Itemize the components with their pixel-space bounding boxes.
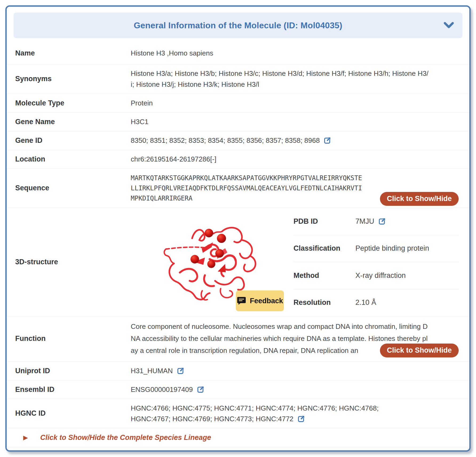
detail-row-classification: Classification Peptide binding protein <box>293 235 459 262</box>
location-value: chr6:26195164-26197286[-] <box>131 154 469 165</box>
gene-id-label: Gene ID <box>7 136 131 145</box>
molecule-type-value: Protein <box>131 98 469 109</box>
table-row-synonyms: Synonyms Histone H3/a; Histone H3/b; His… <box>7 64 469 94</box>
detail-row-resolution: Resolution 2.10 Å <box>293 289 459 316</box>
molecule-info-card: General Information of the Molecule (ID:… <box>5 5 471 452</box>
name-label: Name <box>7 49 131 58</box>
function-showhide-button[interactable]: Click to Show/Hide <box>380 344 459 357</box>
detail-row-pdb-id: PDB ID 7MJU <box>293 208 459 235</box>
gene-name-label: Gene Name <box>7 117 131 127</box>
location-label: Location <box>7 155 131 164</box>
synonyms-value: Histone H3/a; Histone H3/b; Histone H3/c… <box>131 68 469 90</box>
external-link-icon[interactable] <box>323 136 332 145</box>
feedback-label: Feedback <box>250 297 283 305</box>
sequence-label: Sequence <box>7 183 131 193</box>
structure-details-table: PDB ID 7MJU Classification Peptide bindi… <box>293 208 469 316</box>
function-label: Function <box>7 334 131 343</box>
chevron-down-icon[interactable] <box>443 22 454 29</box>
uniprot-value: H31_HUMAN <box>131 365 469 376</box>
table-row-function: Function Core component of nucleosome. N… <box>7 316 469 361</box>
external-link-icon[interactable] <box>196 385 205 394</box>
table-row-ensembl-id: Ensembl ID ENSG00000197409 <box>7 380 469 399</box>
card-header[interactable]: General Information of the Molecule (ID:… <box>14 13 462 38</box>
gene-id-value: 8350; 8351; 8352; 8353; 8354; 8355; 8356… <box>131 135 469 146</box>
triangle-right-icon: ▶ <box>23 435 28 441</box>
page-title: General Information of the Molecule (ID:… <box>134 21 342 30</box>
molecule-info-table: Name Histone H3 ,Homo sapiens Synonyms H… <box>7 42 469 447</box>
detail-row-method: Method X-ray diffraction <box>293 262 459 289</box>
name-value: Histone H3 ,Homo sapiens <box>131 48 469 59</box>
uniprot-label: Uniprot ID <box>7 366 131 376</box>
table-row-molecule-type: Molecule Type Protein <box>7 94 469 112</box>
table-row-hgnc-id: HGNC ID HGNC:4766; HGNC:4775; HGNC:4771;… <box>7 399 469 428</box>
table-row-uniprot-id: Uniprot ID H31_HUMAN <box>7 361 469 380</box>
hgnc-value: HGNC:4766; HGNC:4775; HGNC:4771; HGNC:47… <box>131 403 469 424</box>
ensembl-label: Ensembl ID <box>7 385 131 394</box>
chat-bubble-icon <box>237 296 246 306</box>
table-row-3d-structure: 3D-structure <box>7 208 469 316</box>
species-lineage-toggle[interactable]: ▶ Click to Show/Hide the Complete Specie… <box>7 428 469 447</box>
table-row-location: Location chr6:26195164-26197286[-] <box>7 150 469 168</box>
hgnc-label: HGNC ID <box>7 409 131 418</box>
external-link-icon[interactable] <box>176 367 185 375</box>
table-row-name: Name Histone H3 ,Homo sapiens <box>7 42 469 64</box>
sequence-showhide-button[interactable]: Click to Show/Hide <box>380 192 459 206</box>
structure-label: 3D-structure <box>7 257 131 267</box>
table-row-gene-id: Gene ID 8350; 8351; 8352; 8353; 8354; 83… <box>7 131 469 150</box>
feedback-button[interactable]: Feedback <box>236 290 284 311</box>
table-row-sequence: Sequence MARTKQTARKSTGGKAPRKQLATKAARKSAP… <box>7 168 469 208</box>
external-link-icon[interactable] <box>378 217 386 226</box>
ensembl-value: ENSG00000197409 <box>131 384 469 395</box>
species-lineage-label: Click to Show/Hide the Complete Species … <box>40 434 211 442</box>
molecule-type-label: Molecule Type <box>7 99 131 108</box>
gene-name-value: H3C1 <box>131 116 469 127</box>
structure-viewer: Feedback <box>131 208 293 316</box>
external-link-icon[interactable] <box>297 415 306 423</box>
synonyms-label: Synonyms <box>7 74 131 84</box>
table-row-gene-name: Gene Name H3C1 <box>7 112 469 131</box>
